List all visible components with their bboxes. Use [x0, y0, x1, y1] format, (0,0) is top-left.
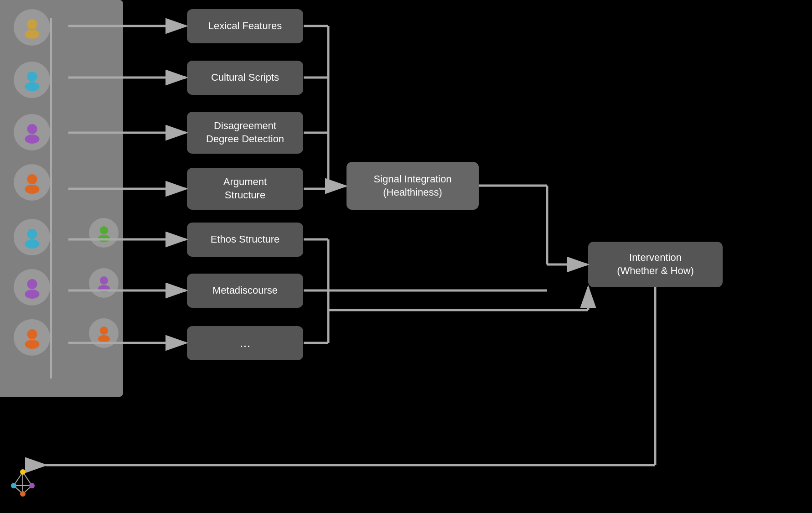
- svg-point-1: [25, 30, 39, 39]
- avatar-3: [14, 114, 50, 150]
- svg-point-11: [25, 290, 39, 299]
- avatar-2: [14, 62, 50, 98]
- svg-point-19: [98, 335, 110, 342]
- svg-point-18: [100, 326, 108, 335]
- svg-point-7: [25, 185, 39, 194]
- svg-point-3: [25, 82, 39, 91]
- avatar-small-1: [89, 218, 119, 248]
- cultural-scripts-box: Cultural Scripts: [187, 61, 303, 95]
- ethos-structure-box: Ethos Structure: [187, 223, 303, 257]
- svg-point-13: [25, 340, 39, 349]
- argument-structure-box: ArgumentStructure: [187, 168, 303, 210]
- svg-point-4: [27, 124, 37, 134]
- avatar-4: [14, 164, 50, 201]
- svg-point-28: [29, 483, 35, 488]
- svg-point-29: [20, 491, 26, 497]
- network-icon: [7, 467, 39, 499]
- svg-point-12: [27, 329, 37, 339]
- metadiscourse-box: Metadiscourse: [187, 274, 303, 308]
- intervention-box: Intervention(Whether & How): [588, 242, 723, 287]
- avatar-small-3: [89, 318, 119, 348]
- svg-point-6: [27, 174, 37, 184]
- svg-point-16: [100, 276, 108, 285]
- svg-point-15: [98, 235, 110, 242]
- diagram-container: Lexical Features Cultural Scripts Disagr…: [0, 0, 812, 513]
- avatar-7: [14, 319, 50, 356]
- svg-point-8: [27, 229, 37, 239]
- avatar-6: [14, 269, 50, 306]
- lexical-features-box: Lexical Features: [187, 9, 303, 43]
- avatar-5: [14, 219, 50, 255]
- svg-point-0: [27, 19, 37, 29]
- svg-point-26: [20, 469, 26, 475]
- svg-point-17: [98, 285, 110, 292]
- svg-point-9: [25, 239, 39, 249]
- svg-point-2: [27, 72, 37, 82]
- svg-point-10: [27, 279, 37, 289]
- avatar-small-2: [89, 268, 119, 298]
- svg-point-27: [11, 483, 16, 488]
- svg-point-14: [100, 226, 108, 234]
- avatar-1: [14, 9, 50, 46]
- disagreement-box: DisagreementDegree Detection: [187, 112, 303, 154]
- vertical-connector-line: [50, 18, 52, 378]
- signal-integration-box: Signal Integration(Healthiness): [347, 162, 479, 210]
- svg-point-5: [25, 135, 39, 144]
- ellipsis-box: ...: [187, 326, 303, 360]
